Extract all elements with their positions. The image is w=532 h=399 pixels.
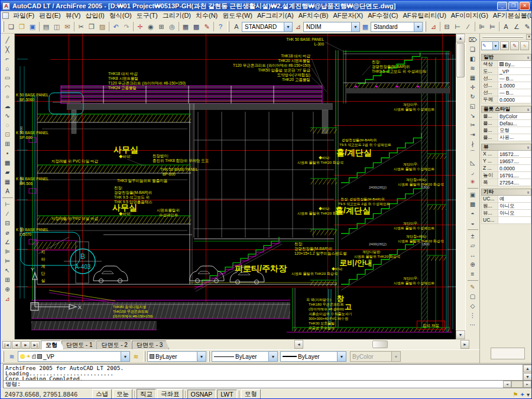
rectangle-icon[interactable]: ▭ <box>2 73 14 82</box>
menu-item[interactable]: 치수(N) <box>193 11 220 20</box>
restore-button[interactable]: ❐ <box>508 2 518 10</box>
locate-point-icon[interactable]: ⊕ <box>467 259 479 269</box>
command-window[interactable]: ArchiFree 2005 for AutoCAD LT 2005. Load… <box>1 363 532 388</box>
toolbar-grip[interactable] <box>2 351 4 362</box>
vertical-scrollbar[interactable]: ▲ ▼ <box>456 34 465 339</box>
markup-icon[interactable]: ✎ <box>202 21 212 32</box>
palette-row[interactable]: X ...18572.... <box>481 151 531 158</box>
toolbar-grip[interactable] <box>424 21 426 32</box>
tab-next-button[interactable]: ► <box>21 341 30 349</box>
quick-calc-icon[interactable]: ± <box>467 231 479 241</box>
area-icon[interactable]: ▱ <box>467 241 479 250</box>
chevron-down-icon[interactable]: ▼ <box>284 22 292 31</box>
toggle-pickadd-button[interactable]: ▣ <box>500 41 509 50</box>
layer-combo[interactable]: ☀ _VP ▼ <box>18 351 130 362</box>
print-preview-icon[interactable]: ◫ <box>51 21 62 32</box>
toolbar-grip[interactable] <box>144 351 145 362</box>
property-value[interactable]: 모형 <box>498 127 531 134</box>
property-value[interactable]: 16791.... <box>498 172 531 179</box>
menu-item[interactable]: 도구(T) <box>134 11 160 20</box>
tab-last-button[interactable]: ►| <box>31 341 40 349</box>
property-value[interactable]: 19657.... <box>498 158 531 164</box>
zoom-realtime-icon[interactable]: ◉ <box>145 21 156 32</box>
dim-style-icon[interactable]: ⊿ <box>428 21 439 32</box>
chevron-down-icon[interactable]: ▼ <box>414 22 422 31</box>
make-block-icon[interactable]: ⊞ <box>2 139 14 148</box>
divide-icon[interactable]: ⋮ <box>467 310 479 320</box>
scroll-up-icon[interactable]: ▲ <box>456 34 465 43</box>
select-objects-button[interactable]: ✎ <box>510 41 519 50</box>
explode-icon[interactable]: ✳ <box>467 177 479 186</box>
construction-line-icon[interactable]: ╳ <box>2 44 14 54</box>
close-button[interactable]: ✕ <box>520 2 530 10</box>
lineweight-combo[interactable]: ByLayer ▼ <box>280 351 346 362</box>
dim-text-edit-icon[interactable]: A <box>501 21 511 32</box>
horizontal-scrollbar[interactable]: ◄ ► <box>294 340 469 349</box>
dim-baseline-icon[interactable]: ⊫ <box>2 246 14 256</box>
palette-row[interactable]: 선...1.0000 <box>481 82 531 89</box>
palette-row[interactable]: 색상By... <box>481 61 531 68</box>
communication-center-icon[interactable]: ✦ <box>520 391 525 398</box>
drawing-canvas[interactable]: 사무실사무실홀/계단실홀/계단실피로티/주차장로비/안내창고THK 50 BAS… <box>15 34 456 339</box>
menu-item[interactable]: 형식(O) <box>107 11 134 20</box>
save-icon[interactable]: ▣ <box>27 21 38 32</box>
tolerance-icon[interactable]: ⊞ <box>2 275 14 284</box>
property-value[interactable]: 0.0000 <box>498 165 531 171</box>
dim-edit-icon[interactable]: ✎ <box>522 21 532 32</box>
property-value[interactable]: 아니오 <box>498 210 531 216</box>
menu-item[interactable]: AF유틸리티(U) <box>401 11 449 20</box>
revision-cloud-icon[interactable]: ☁ <box>2 101 14 111</box>
palette-section-header[interactable]: 일반« <box>481 54 531 61</box>
mirror-icon[interactable]: ◧ <box>467 54 479 63</box>
circle-icon[interactable]: ○ <box>2 92 14 101</box>
dim-radius-icon[interactable]: ⌀ <box>2 228 14 237</box>
arc-icon[interactable]: ◠ <box>2 82 14 92</box>
collapse-icon[interactable]: « <box>525 56 530 59</box>
chevron-down-icon[interactable]: ▼ <box>121 352 129 361</box>
hatch-icon[interactable]: ▩ <box>2 158 14 167</box>
menu-item[interactable]: 파일(F) <box>11 11 37 20</box>
designcenter-icon[interactable]: ▩ <box>191 21 202 32</box>
trim-icon[interactable]: ✂ <box>467 120 479 129</box>
dim-continue-icon[interactable]: ⊨ <box>487 21 498 32</box>
help-icon[interactable]: ? <box>215 21 226 32</box>
palette-row[interactable]: Y ...19657.... <box>481 158 531 165</box>
palette-row[interactable]: UC... <box>481 217 531 224</box>
scroll-left-icon[interactable]: ◄ <box>503 381 511 388</box>
menu-item[interactable]: AF치수(B) <box>296 11 331 20</box>
fillet-icon[interactable]: ◞ <box>467 167 479 177</box>
dim-aligned-icon[interactable]: ∕ <box>2 209 14 218</box>
palette-row[interactable]: UC...예 <box>481 196 531 203</box>
menu-item[interactable]: 윈도우(W) <box>220 11 255 20</box>
dim-continue-icon[interactable]: ⊨ <box>2 256 14 265</box>
scroll-left-icon[interactable]: ◄ <box>294 340 303 349</box>
zoom-previous-icon[interactable]: ◎ <box>167 21 177 32</box>
quick-dimension-icon[interactable]: ⊟ <box>2 218 14 228</box>
menu-item[interactable]: 그리기(D) <box>160 11 193 20</box>
palette-row[interactable]: 플...ByColor <box>481 113 531 120</box>
cut-icon[interactable]: ✂ <box>76 21 86 32</box>
property-value[interactable]: Defau... <box>498 120 531 126</box>
palette-section-header[interactable]: 기타« <box>481 189 531 196</box>
dim-linear-icon[interactable]: ⊢ <box>2 199 14 209</box>
toolbar-grip[interactable] <box>208 351 210 362</box>
redo-icon[interactable]: ↷ <box>121 21 132 32</box>
draworder-above-icon[interactable]: ◓ <box>467 209 479 218</box>
palette-grip[interactable] <box>482 36 523 38</box>
chamfer-icon[interactable]: ◺ <box>467 158 479 167</box>
palette-row[interactable]: 도..._VP <box>481 68 531 75</box>
properties-icon[interactable]: ▦ <box>180 21 191 32</box>
menu-item[interactable]: AF이미지(G) <box>449 11 491 20</box>
property-value[interactable]: 0.0000 <box>498 96 531 103</box>
tab-first-button[interactable]: |◄ <box>2 341 11 349</box>
dim-style-icon[interactable]: ⊿ <box>293 21 303 32</box>
status-toggle-모형[interactable]: 모형 <box>241 389 261 399</box>
color-combo[interactable]: ByLayer ▼ <box>147 351 206 362</box>
property-value[interactable]: 예 <box>498 196 531 202</box>
text-style-icon[interactable]: A <box>231 21 242 32</box>
status-toggle-모눈[interactable]: 모눈 <box>113 389 132 399</box>
palette-row[interactable]: 선...— B... <box>481 89 531 96</box>
property-value[interactable]: — B... <box>498 75 531 82</box>
palette-section-header[interactable]: 뷰« <box>481 144 531 151</box>
layout-tab-단면도-1[interactable]: 단면도 - 1 <box>61 340 99 349</box>
